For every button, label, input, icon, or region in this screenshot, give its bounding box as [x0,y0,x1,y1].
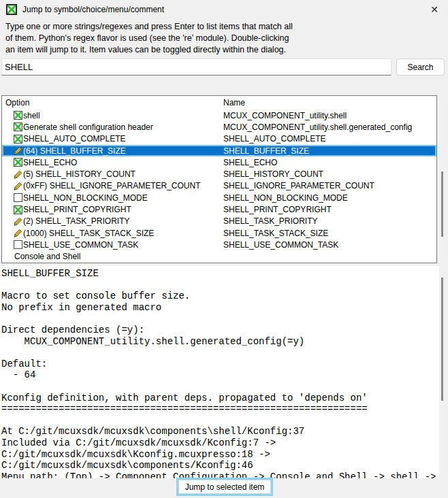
table-row[interactable]: Generate shell configuration headerMCUX_… [2,121,436,133]
column-header-option[interactable]: Option [5,96,29,110]
results-rows: shellMCUX_COMPONENT_utility.shellGenerat… [2,110,436,263]
name-label: MCUX_COMPONENT_utility.shell [221,110,436,121]
title-bar: Jump to symbol/choice/menu/comment ✕ [0,0,448,19]
option-label: (64) SHELL_BUFFER_SIZE [23,146,126,156]
dialog-title: Jump to symbol/choice/menu/comment [22,5,164,14]
table-row[interactable]: SHELL_PRINT_COPYRIGHTSHELL_PRINT_COPYRIG… [2,203,436,215]
table-row[interactable]: SHELL_NON_BLOCKING_MODESHELL_NON_BLOCKIN… [2,192,436,203]
table-row[interactable]: Console and Shell [2,251,436,263]
name-label: SHELL_BUFFER_SIZE [221,145,436,156]
name-label: SHELL_IGNORE_PARAMETER_COUNT [221,180,436,192]
option-label: (1000) SHELL_TASK_STACK_SIZE [23,229,154,238]
table-row[interactable]: (2) SHELL_TASK_PRIORITYSHELL_TASK_PRIORI… [2,216,436,227]
name-label: MCUX_COMPONENT_utility.shell.generated_c… [221,121,436,133]
value-pencil-icon[interactable] [14,146,22,155]
instructions-line: Type one or more strings/regexes and pre… [5,21,293,33]
option-label: SHELL_AUTO_COMPLETE [23,134,126,144]
table-row[interactable]: SHELL_ECHOSHELL_ECHO [2,156,436,168]
name-label: SHELL_TASK_PRIORITY [221,216,436,227]
option-label: (0xFF) SHELL_IGNORE_PARAMETER_COUNT [23,181,201,190]
checkbox-checked-icon[interactable] [14,122,22,131]
option-label: (2) SHELL_TASK_PRIORITY [23,216,130,226]
search-button[interactable]: Search [396,59,445,76]
option-label: Generate shell configuration header [23,122,153,132]
table-header: Option Name [2,96,436,110]
search-input[interactable] [1,59,391,76]
checkbox-checked-icon[interactable] [14,158,22,167]
app-checkbox-icon [6,4,17,15]
table-row[interactable]: (64) SHELL_BUFFER_SIZESHELL_BUFFER_SIZE [2,145,436,156]
info-panel: SHELL_BUFFER_SIZE Macro to set console b… [0,266,439,478]
checkbox-unchecked-icon[interactable] [14,193,22,202]
option-label: SHELL_ECHO [23,158,77,167]
checkbox-checked-icon[interactable] [14,205,22,214]
checkbox-checked-icon[interactable] [14,111,22,120]
name-label: SHELL_HISTORY_COUNT [221,168,436,180]
value-pencil-icon[interactable] [14,182,22,190]
results-scrollbar[interactable] [441,171,443,237]
results-table: Option Name shellMCUX_COMPONENT_utility.… [1,95,437,263]
table-row[interactable]: SHELL_AUTO_COMPLETESHELL_AUTO_COMPLETE [2,133,436,145]
info-scrollbar[interactable] [441,278,443,401]
name-label [221,251,436,263]
option-label: SHELL_USE_COMMON_TASK [23,240,138,250]
jump-to-selected-button[interactable]: Jump to selected item [176,478,273,496]
name-label: SHELL_USE_COMMON_TASK [221,239,436,250]
option-label: shell [23,111,40,120]
instructions: Type one or more strings/regexes and pre… [5,21,293,56]
value-pencil-icon[interactable] [14,229,22,237]
column-header-name[interactable]: Name [223,96,245,110]
table-row[interactable]: (1000) SHELL_TASK_STACK_SIZESHELL_TASK_S… [2,227,436,239]
instructions-line: of them. Python's regex flavor is used (… [5,33,293,44]
option-label: (5) SHELL_HISTORY_COUNT [23,169,135,179]
name-label: SHELL_AUTO_COMPLETE [221,133,436,145]
table-row[interactable]: SHELL_USE_COMMON_TASKSHELL_USE_COMMON_TA… [2,239,436,250]
jump-dialog: Jump to symbol/choice/menu/comment ✕ Typ… [0,0,448,498]
name-label: SHELL_TASK_STACK_SIZE [221,227,436,239]
option-label: SHELL_NON_BLOCKING_MODE [23,193,148,203]
close-icon[interactable]: ✕ [430,3,438,16]
value-pencil-icon[interactable] [14,217,22,226]
option-label: Console and Shell [14,252,80,261]
name-label: SHELL_ECHO [221,156,436,168]
info-text: SHELL_BUFFER_SIZE Macro to set console b… [0,266,439,478]
table-row[interactable]: shellMCUX_COMPONENT_utility.shell [2,110,436,121]
table-row[interactable]: (0xFF) SHELL_IGNORE_PARAMETER_COUNTSHELL… [2,180,436,192]
checkbox-checked-icon[interactable] [14,135,22,144]
option-label: SHELL_PRINT_COPYRIGHT [23,205,131,214]
name-label: SHELL_PRINT_COPYRIGHT [221,203,436,215]
table-row[interactable]: (5) SHELL_HISTORY_COUNTSHELL_HISTORY_COU… [2,168,436,180]
value-pencil-icon[interactable] [14,170,22,179]
name-label: SHELL_NON_BLOCKING_MODE [221,192,436,203]
checkbox-unchecked-icon[interactable] [14,240,22,249]
instructions-line: an item will jump to it. Item values can… [5,44,293,56]
